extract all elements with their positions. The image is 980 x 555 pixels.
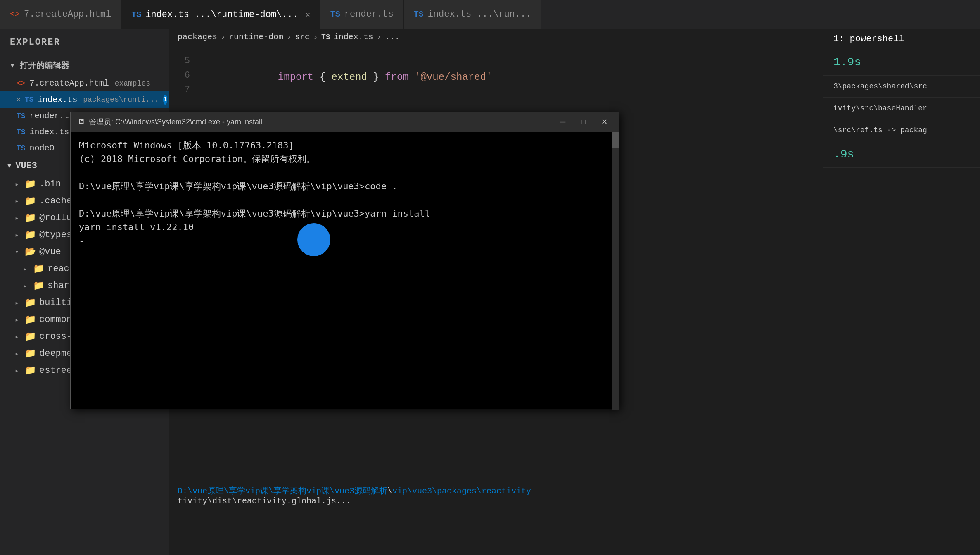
cmd-close-button[interactable]: ✕ [596,115,612,129]
open-editors-header[interactable]: ▾ 打开的编辑器 [0,56,169,75]
tab-create-app[interactable]: <> 7.createApp.html [0,0,121,29]
folder-icon-cross: 📁 [25,331,36,342]
cmd-line-3 [79,166,611,179]
sep1: › [221,32,225,42]
tab-render-ts[interactable]: TS render.ts [320,0,404,29]
chevron-icon-cache [15,197,21,205]
folder-icon-reactivity: 📁 [33,263,44,274]
terminal-line-2: tivity\dist\reactivity.global.js... [178,496,815,506]
cmd-icon: 🖥 [77,118,85,126]
sidebar-header: EXPLORER [0,29,169,56]
editor-close-icon[interactable]: ✕ [17,95,21,104]
html-file-icon: <> [17,79,26,88]
sep4: › [377,32,382,42]
cmd-minimize-button[interactable]: ─ [555,115,571,129]
folder-icon-deepmerge: 📁 [25,348,36,359]
editor-item-create-app[interactable]: <> 7.createApp.html examples [0,75,169,91]
breadcrumb: packages › runtime-dom › src › TS index.… [169,29,823,45]
cmd-line-8: - [79,234,611,248]
tab-label-render: render.ts [344,9,394,19]
right-entry-time-2: .9s [823,141,980,168]
right-entry-path-3: \src\ref.ts -> packag [823,119,980,141]
chevron-icon-deepmerge [15,350,21,358]
tab-label-index2: index.ts ...\run... [428,9,532,19]
cmd-line-7: yarn install v1.22.10 [79,220,611,234]
cmd-scrollbar-thumb [612,132,619,148]
tab-index-ts-2[interactable]: TS index.ts ...\run... [404,0,542,29]
tab-index-ts[interactable]: TS index.ts ...\runtime-dom\... ✕ [121,0,320,29]
cmd-line-1: Microsoft Windows [版本 10.0.17763.2183] [79,138,611,152]
chevron-icon-rollup [15,214,21,222]
right-panel: 1: powershell 1.9s 3\packages\shared\src… [823,29,980,555]
terminal-path-link-1[interactable]: D:\vue原理\享学vip课\享学架构vip课\vue3源码解析 [178,486,387,496]
folder-icon-estree: 📁 [25,365,36,376]
right-entry-time-1: 1.9s [823,49,980,76]
terminal-line-1: D:\vue原理\享学vip课\享学架构vip课\vue3源码解析\vip\vu… [178,485,815,496]
breadcrumb-ts-icon: TS [321,33,330,41]
chevron-icon-builtin [15,299,21,307]
ts-file-icon-1: TS [25,95,34,104]
folder-icon-vue: 📂 [25,246,36,257]
ts-icon-1: TS [131,10,141,19]
folder-icon-common: 📁 [25,314,36,325]
cmd-content[interactable]: Microsoft Windows [版本 10.0.17763.2183] (… [71,132,619,409]
right-entry-path-1: 3\packages\shared\src [823,76,980,98]
folder-icon-builtin: 📁 [25,297,36,308]
chevron-icon-cross [15,333,21,341]
cmd-scrollbar[interactable] [612,132,619,410]
chevron-icon [15,180,21,188]
cmd-controls: ─ □ ✕ [555,115,612,129]
ts-icon-3: TS [414,10,424,19]
right-entry-path-2: ivity\src\baseHandler [823,98,980,119]
chevron-icon-reactivity [23,265,30,273]
tab-label-index: index.ts ...\runtime-dom\... [145,10,298,20]
cmd-line-6: D:\vue原理\享学vip课\享学架构vip课\vue3源码解析\vip\vu… [79,207,611,220]
code-line-5: import { extend } from '@vue/shared' [206,54,815,101]
sep2: › [287,32,292,42]
cmd-window: 🖥 管理员: C:\Windows\System32\cmd.exe - yar… [70,112,619,409]
folder-icon-types: 📁 [25,229,36,241]
terminal-content: D:\vue原理\享学vip课\享学架构vip课\vue3源码解析\vip\vu… [169,481,823,555]
chevron-icon-shared [23,282,30,290]
powershell-label: 1: powershell [823,29,980,49]
chevron-icon-estree [15,367,21,375]
ts-file-icon-4: TS [17,144,26,152]
folder-icon-rollup: 📁 [25,212,36,224]
sep3: › [313,32,318,42]
tab-label-create: 7.createApp.html [24,9,111,19]
folder-icon-shared: 📁 [33,280,44,291]
cmd-line-2: (c) 2018 Microsoft Corporation。保留所有权利。 [79,152,611,166]
cmd-titlebar: 🖥 管理员: C:\Windows\System32\cmd.exe - yar… [71,112,619,132]
folder-icon-cache: 📁 [25,195,36,207]
tab-close-button[interactable]: ✕ [306,10,310,19]
bottom-area: D:\vue原理\享学vip课\享学架构vip课\vue3源码解析\vip\vu… [169,481,823,555]
chevron-icon-types [15,231,21,239]
tab-bar: <> 7.createApp.html TS index.ts ...\runt… [0,0,980,29]
ts-file-icon-2: TS [17,112,26,120]
ts-icon-2: TS [330,10,340,19]
editor-item-index-ts[interactable]: ✕ TS index.ts packages\runti... 1 [0,91,169,108]
cmd-line-4: D:\vue原理\享学vip课\享学架构vip课\vue3源码解析\vip\vu… [79,179,611,193]
ts-file-icon-3: TS [17,128,26,136]
cmd-title-text: 🖥 管理员: C:\Windows\System32\cmd.exe - yar… [77,117,262,127]
html-icon: <> [10,10,20,19]
terminal-path-link-2[interactable]: vip\vue3\packages\reactivity [392,486,531,496]
cmd-maximize-button[interactable]: □ [575,115,592,129]
chevron-icon-vue [15,248,21,256]
cmd-line-5 [79,193,611,207]
folder-icon: 📁 [25,179,36,190]
chevron-icon-common [15,316,21,324]
